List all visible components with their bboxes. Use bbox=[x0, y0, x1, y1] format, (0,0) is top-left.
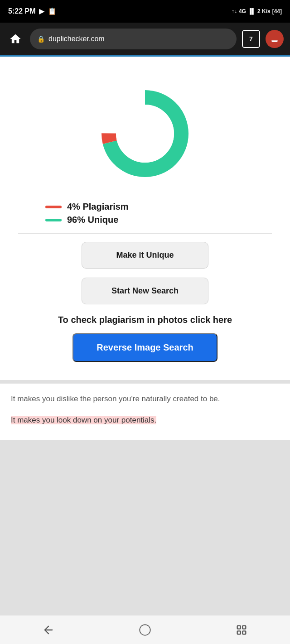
notification-icon: 📋 bbox=[48, 7, 57, 15]
svg-rect-4 bbox=[237, 625, 241, 629]
plagiarism-donut-chart bbox=[95, 84, 195, 183]
upload-button[interactable] bbox=[266, 30, 284, 48]
unique-color-bar bbox=[45, 219, 62, 221]
tabs-button[interactable]: 7 bbox=[242, 30, 260, 48]
legend-container: 4% Plagiarism 96% Unique bbox=[45, 202, 272, 225]
second-content-card: It makes you dislike the person you're n… bbox=[0, 384, 290, 440]
nav-bar: 🔒 duplichecker.com 7 bbox=[0, 23, 290, 55]
url-bar[interactable]: 🔒 duplichecker.com bbox=[30, 29, 237, 49]
status-bar: 5:22 PM ▶ 📋 ↑↓ 4G ▐▌ 2 K/s [44] bbox=[0, 0, 290, 23]
divider bbox=[18, 233, 272, 234]
unique-label: 96% Unique bbox=[67, 215, 118, 225]
plagiarism-color-bar bbox=[45, 206, 62, 208]
svg-point-3 bbox=[140, 625, 150, 635]
start-new-search-button[interactable]: Start New Search bbox=[82, 278, 208, 304]
svg-rect-5 bbox=[243, 625, 246, 629]
highlighted-paragraph: It makes you look down on your potential… bbox=[11, 414, 279, 426]
plagiarism-legend-item: 4% Plagiarism bbox=[45, 202, 129, 212]
network-type: 4G bbox=[239, 8, 246, 14]
chart-container bbox=[18, 70, 272, 192]
data-speed: 2 K/s bbox=[257, 8, 271, 14]
status-right: ↑↓ 4G ▐▌ 2 K/s [44] bbox=[232, 8, 282, 14]
second-card-text1: It makes you dislike the person you're n… bbox=[11, 393, 279, 405]
recent-apps-button[interactable] bbox=[228, 620, 255, 640]
plagiarism-label: 4% Plagiarism bbox=[67, 202, 129, 212]
signal-icon: ↑↓ bbox=[232, 8, 237, 14]
bottom-nav bbox=[0, 615, 290, 644]
back-button[interactable] bbox=[35, 620, 62, 640]
lock-icon: 🔒 bbox=[37, 35, 45, 43]
home-button[interactable] bbox=[6, 30, 24, 48]
play-icon: ▶ bbox=[39, 7, 44, 15]
signal-bars: ▐▌ bbox=[248, 8, 256, 14]
status-left: 5:22 PM ▶ 📋 bbox=[8, 7, 57, 15]
photo-check-text: To check plagiarism in photos click here bbox=[18, 313, 272, 326]
tabs-count: 7 bbox=[249, 35, 253, 43]
svg-rect-7 bbox=[243, 631, 246, 634]
svg-point-2 bbox=[116, 105, 174, 163]
main-content-card: 4% Plagiarism 96% Unique Make it Unique … bbox=[0, 57, 290, 380]
svg-rect-6 bbox=[237, 631, 241, 634]
highlighted-text: It makes you look down on your potential… bbox=[11, 416, 156, 424]
reverse-image-search-button[interactable]: Reverse Image Search bbox=[72, 333, 218, 362]
make-unique-button[interactable]: Make it Unique bbox=[82, 242, 208, 269]
url-text: duplichecker.com bbox=[48, 35, 105, 43]
battery-indicator: [44] bbox=[272, 8, 282, 14]
home-nav-button[interactable] bbox=[131, 620, 159, 640]
unique-legend-item: 96% Unique bbox=[45, 215, 118, 225]
status-time: 5:22 PM bbox=[8, 7, 35, 15]
